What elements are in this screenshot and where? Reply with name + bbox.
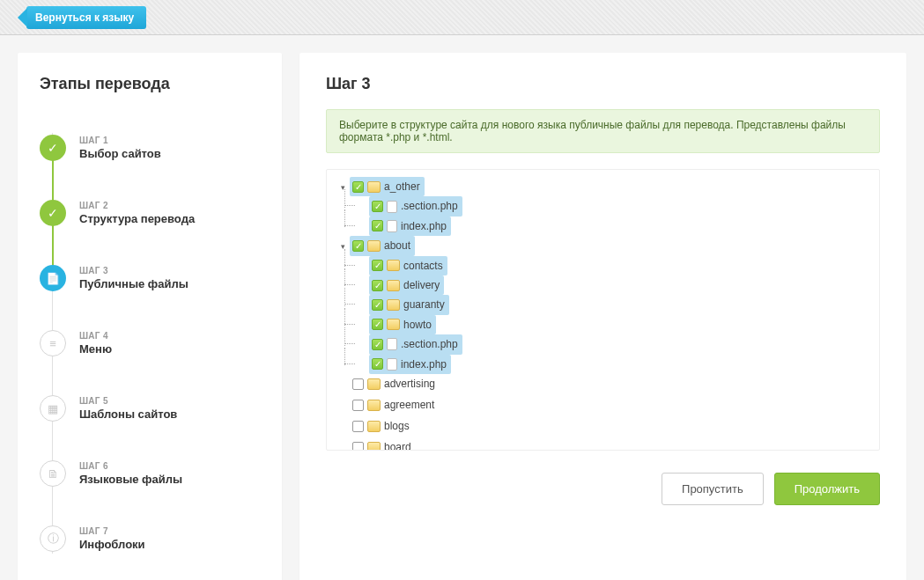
tree-checkbox[interactable]: ✓ [372,280,383,291]
tree-node: blogs [337,416,874,437]
tree-node: ✓contacts [357,256,874,275]
tree-label: index.php [401,217,447,235]
tree-node: agreement [337,395,874,416]
step-item[interactable]: ≡ШАГ 4Меню [40,311,260,376]
collapse-icon[interactable]: ▾ [337,182,348,193]
step-circle-icon [40,135,66,161]
tree-label: board [384,438,411,451]
step-title: Структура перевода [79,212,195,225]
tree-item[interactable]: ✓.section.php [369,196,462,216]
skip-button[interactable]: Пропустить [662,473,764,505]
tree-node: ✓.section.php [357,334,874,354]
tree-item[interactable]: ✓contacts [369,256,447,275]
tree-label: blogs [384,417,410,435]
tree-label: delivery [403,276,440,294]
tree-checkbox[interactable] [352,421,364,432]
continue-button[interactable]: Продолжить [774,473,880,505]
folder-icon [367,181,381,193]
folder-icon [367,442,381,451]
tree-checkbox[interactable] [352,400,364,411]
step-item[interactable]: ШАГ 2Структура перевода [40,180,260,246]
tree-node: ✓index.php [357,217,874,236]
tree-label: .section.php [401,335,458,353]
step-item[interactable]: ⓘШАГ 7Инфоблоки [40,506,260,571]
step-title: Публичные файлы [79,277,188,290]
tree-item[interactable]: board [350,437,416,451]
step-title: Языковые файлы [79,473,182,486]
file-icon [387,358,397,371]
tree-checkbox[interactable] [352,378,364,390]
tree-item[interactable]: agreement [350,395,439,415]
tree-label: index.php [401,356,447,373]
tree-label: guaranty [403,296,445,313]
tree-checkbox[interactable]: ✓ [372,299,383,311]
tree-checkbox[interactable]: ✓ [352,181,364,193]
tree-node: ✓howto [357,315,874,334]
step-title: Инфоблоки [79,538,145,551]
tree-label: a_other [384,178,420,195]
topbar: Вернуться к языку [0,0,924,35]
tree-node: board [337,437,874,451]
tree-label: agreement [384,396,434,414]
step-title: Меню [79,342,112,356]
folder-icon [367,378,381,390]
folder-icon [367,421,381,432]
folder-icon [367,400,381,411]
step-item[interactable]: ▦ШАГ 5Шаблоны сайтов [40,376,260,441]
tree-item[interactable]: ✓guaranty [369,295,449,314]
tree-checkbox[interactable]: ✓ [372,220,383,231]
tree-item[interactable]: blogs [350,416,414,436]
tree-checkbox[interactable]: ✓ [372,260,383,271]
step-number: ШАГ 3 [79,266,188,275]
step-item[interactable]: 📄ШАГ 3Публичные файлы [40,246,260,311]
back-to-language-button[interactable]: Вернуться к языку [26,6,146,29]
tree-item[interactable]: ✓.section.php [369,334,462,354]
tree-label: contacts [403,257,443,275]
step-circle-icon: 📄 [40,265,66,291]
step-circle-icon [40,200,66,226]
file-icon [387,220,397,232]
step-item[interactable]: 🗎ШАГ 6Языковые файлы [40,441,260,506]
file-icon [387,201,397,213]
steps-sidebar: Этапы перевода ШАГ 1Выбор сайтовШАГ 2Стр… [18,53,282,580]
tree-item[interactable]: ✓delivery [369,275,444,295]
tree-checkbox[interactable]: ✓ [372,201,383,212]
step-item[interactable]: ШАГ 1Выбор сайтов [40,115,260,180]
folder-icon [387,299,400,311]
tree-item[interactable]: advertising [350,374,440,393]
step-title: Шаблоны сайтов [79,407,177,421]
tree-item[interactable]: ✓howto [369,315,436,334]
step-number: ШАГ 4 [79,331,112,341]
tree-node: ▾✓about✓contacts✓delivery✓guaranty✓howto… [337,236,874,374]
wizard-footer: Пропустить Продолжить [326,473,880,505]
collapse-icon[interactable]: ▾ [337,242,348,253]
file-tree[interactable]: ▾✓a_other✓.section.php✓index.php▾✓about✓… [326,169,880,451]
tree-checkbox[interactable]: ✓ [372,358,383,370]
tree-checkbox[interactable]: ✓ [372,319,383,330]
tree-checkbox[interactable]: ✓ [352,240,364,252]
tree-item[interactable]: ✓about [350,236,415,255]
step-number: ШАГ 2 [79,201,195,210]
tree-checkbox[interactable]: ✓ [372,339,383,350]
tree-item[interactable]: ✓index.php [369,217,451,236]
step-title: Выбор сайтов [79,147,161,160]
hint-banner: Выберите в структуре сайта для нового яз… [326,109,880,153]
folder-icon [387,260,400,271]
step-circle-icon: ≡ [40,330,66,356]
step-number: ШАГ 6 [79,461,182,471]
step-number: ШАГ 5 [79,396,177,406]
tree-node: ✓guaranty [357,295,874,314]
tree-item[interactable]: ✓index.php [369,355,451,374]
tree-checkbox[interactable] [352,442,364,451]
folder-icon [367,240,381,252]
main-panel: Шаг 3 Выберите в структуре сайта для нов… [299,53,906,580]
step-circle-icon: 🗎 [40,460,66,487]
step-number: ШАГ 7 [79,526,145,536]
file-icon [387,338,397,350]
page-title: Шаг 3 [326,75,880,93]
tree-item[interactable]: ✓a_other [350,177,425,196]
tree-node: ✓index.php [357,355,874,374]
tree-node: advertising [337,374,874,395]
tree-node: ▾✓a_other✓.section.php✓index.php [337,177,874,236]
step-circle-icon: ▦ [40,395,66,422]
